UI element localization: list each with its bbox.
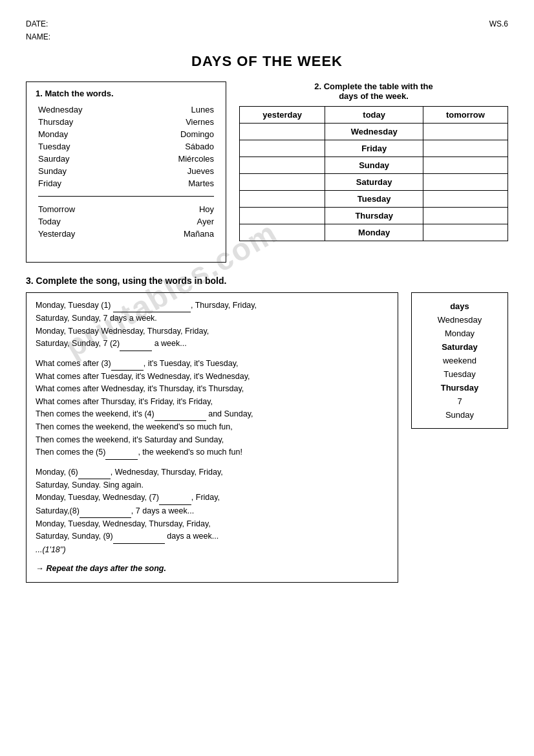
list-item: Wednesday <box>421 313 498 327</box>
right-word: Mañana <box>134 228 217 240</box>
list-item: Tuesday <box>421 367 498 381</box>
right-word: Martes <box>134 177 217 189</box>
right-word: Domingo <box>134 128 217 140</box>
yesterday-cell <box>240 140 325 157</box>
repeat-text: Repeat the days after the song. <box>47 563 166 575</box>
today-cell: Wednesday <box>325 124 423 140</box>
divider-row <box>36 189 217 203</box>
table-row: Wednesday Lunes <box>36 103 217 116</box>
left-word: Yesterday <box>36 228 134 240</box>
right-word: Ayer <box>134 215 217 228</box>
table-row: Friday Martes <box>36 177 217 189</box>
tomorrow-cell <box>423 174 507 191</box>
song-line-2: What comes after (3) , it's Tuesday, it'… <box>36 358 389 460</box>
table-row: Monday Domingo <box>36 128 217 140</box>
left-word: Tomorrow <box>36 203 134 215</box>
section1-heading: 1. Match the words. <box>36 89 217 98</box>
yesterday-cell <box>240 124 325 140</box>
yesterday-cell <box>240 157 325 174</box>
today-cell: Monday <box>325 224 423 241</box>
arrow-repeat-line: → Repeat the days after the song. <box>36 563 389 575</box>
left-word: Sunday <box>36 165 134 177</box>
match-table: Wednesday Lunes Thursday Viernes Monday … <box>36 103 217 240</box>
col-today: today <box>325 107 423 124</box>
tomorrow-cell <box>423 140 507 157</box>
section1-box: 1. Match the words. Wednesday Lunes Thur… <box>26 81 226 263</box>
right-word: Lunes <box>134 103 217 116</box>
list-item: Monday <box>421 327 498 340</box>
name-line: NAME: <box>26 32 508 41</box>
list-item: Thursday <box>421 381 498 394</box>
word-list: days Wednesday Monday Saturday weekend T… <box>421 299 498 422</box>
section2-box: 2. Complete the table with thedays of th… <box>239 81 508 241</box>
table-row: Today Ayer <box>36 215 217 228</box>
right-word: Sábado <box>134 140 217 153</box>
table-row: Saturday <box>240 174 508 191</box>
right-word: Miércoles <box>134 153 217 165</box>
table-row: Wednesday <box>240 124 508 140</box>
week-table: yesterday today tomorrow Wednesday Frida… <box>239 106 508 241</box>
page-title: DAYS OF THE WEEK <box>26 53 508 70</box>
word-box: days Wednesday Monday Saturday weekend T… <box>411 292 508 429</box>
left-word: Wednesday <box>36 103 134 116</box>
list-item: days <box>421 299 498 313</box>
list-item: Saturday <box>421 340 498 354</box>
table-row: Tuesday Sábado <box>36 140 217 153</box>
list-item: 7 <box>421 394 498 408</box>
col-tomorrow: tomorrow <box>423 107 507 124</box>
right-word: Jueves <box>134 165 217 177</box>
tomorrow-cell <box>423 224 507 241</box>
table-row: Thursday <box>240 208 508 224</box>
header-date-line: DATE: WS.6 <box>26 19 508 28</box>
table-row: Tomorrow Hoy <box>36 203 217 215</box>
table-row: Thursday Viernes <box>36 116 217 128</box>
yesterday-cell <box>240 224 325 241</box>
left-word: Thursday <box>36 116 134 128</box>
left-word: Monday <box>36 128 134 140</box>
section3-title: 3. Complete the song, using the words in… <box>26 275 508 286</box>
name-label: NAME: <box>26 32 50 41</box>
table-row: Sunday <box>240 157 508 174</box>
table-row: Friday <box>240 140 508 157</box>
tomorrow-cell <box>423 208 507 224</box>
today-cell: Tuesday <box>325 191 423 208</box>
right-word: Hoy <box>134 203 217 215</box>
list-item: Sunday <box>421 408 498 422</box>
table-row: Yesterday Mañana <box>36 228 217 240</box>
table-row: Sunday Jueves <box>36 165 217 177</box>
col-yesterday: yesterday <box>240 107 325 124</box>
section2-heading: 2. Complete the table with thedays of th… <box>239 81 508 101</box>
ws-label: WS.6 <box>489 19 508 28</box>
yesterday-cell <box>240 191 325 208</box>
today-cell: Friday <box>325 140 423 157</box>
tomorrow-cell <box>423 157 507 174</box>
left-word: Saurday <box>36 153 134 165</box>
list-item: weekend <box>421 354 498 367</box>
table-row: Saurday Miércoles <box>36 153 217 165</box>
left-word: Today <box>36 215 134 228</box>
date-label: DATE: <box>26 19 48 28</box>
today-cell: Saturday <box>325 174 423 191</box>
song-box: Monday, Tuesday (1) , Thursday, Friday, … <box>26 292 398 583</box>
left-word: Tuesday <box>36 140 134 153</box>
yesterday-cell <box>240 174 325 191</box>
tomorrow-cell <box>423 124 507 140</box>
song-line-3: Monday, (6) , Wednesday, Thursday, Frida… <box>36 466 389 557</box>
today-cell: Sunday <box>325 157 423 174</box>
song-line-1: Monday, Tuesday (1) , Thursday, Friday, … <box>36 299 389 351</box>
table-row: Monday <box>240 224 508 241</box>
tomorrow-cell <box>423 191 507 208</box>
table-row: Tuesday <box>240 191 508 208</box>
left-word: Friday <box>36 177 134 189</box>
arrow-icon: → <box>36 563 44 575</box>
today-cell: Thursday <box>325 208 423 224</box>
yesterday-cell <box>240 208 325 224</box>
right-word: Viernes <box>134 116 217 128</box>
